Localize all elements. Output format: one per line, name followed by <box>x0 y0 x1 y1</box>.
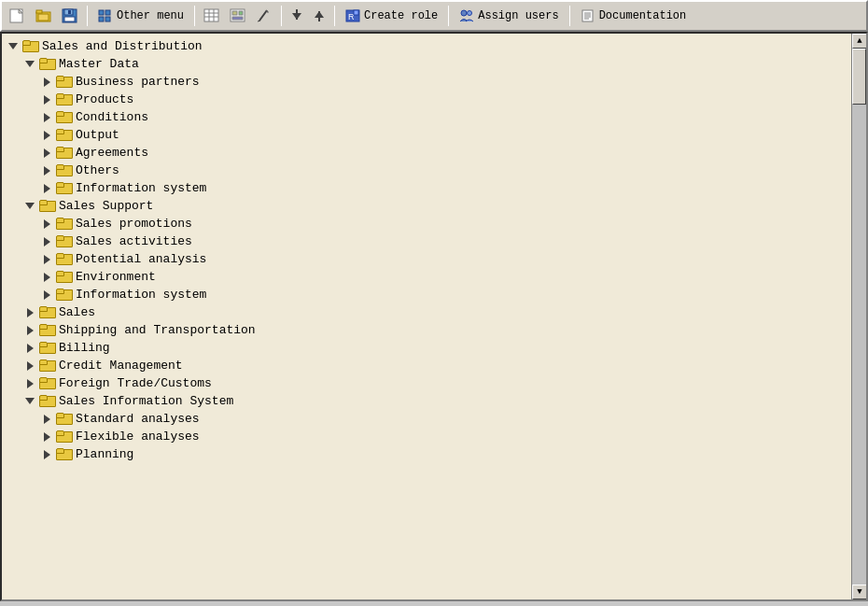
expand-icon <box>27 308 34 317</box>
tree-node-n6[interactable]: Output <box>2 126 851 144</box>
tree-node-n16[interactable]: Sales <box>2 303 851 321</box>
node-expander[interactable] <box>22 344 37 353</box>
node-expander[interactable] <box>39 415 54 424</box>
node-expander[interactable] <box>22 379 37 388</box>
pen-button[interactable] <box>252 4 276 28</box>
scroll-track[interactable] <box>852 49 866 585</box>
node-expander[interactable] <box>22 326 37 335</box>
separator-2 <box>194 6 195 26</box>
down-arrow-icon <box>290 8 303 23</box>
expand-icon <box>44 131 50 140</box>
new-doc-button[interactable] <box>6 4 30 28</box>
expand-icon <box>27 379 34 388</box>
node-expander[interactable] <box>39 432 54 442</box>
tree-node-n9[interactable]: Information system <box>2 179 851 197</box>
tree-node-n13[interactable]: Potential analysis <box>2 250 851 268</box>
tree-node-n5[interactable]: Conditions <box>2 108 851 126</box>
folder-icon <box>56 129 71 141</box>
tree-node-n22[interactable]: Standard analyses <box>2 410 851 428</box>
node-expander[interactable] <box>39 450 54 459</box>
folder-icon <box>39 324 54 336</box>
tree-node-n4[interactable]: Products <box>2 91 851 108</box>
collapse-icon <box>25 61 35 67</box>
tree-node-n23[interactable]: Flexible analyses <box>2 428 851 445</box>
separator-3 <box>281 6 282 26</box>
tree-node-n11[interactable]: Sales promotions <box>2 215 851 233</box>
assign-users-button[interactable]: Assign users <box>454 4 564 28</box>
scroll-thumb[interactable] <box>852 49 866 105</box>
node-expander[interactable] <box>39 237 54 247</box>
node-expander[interactable] <box>22 308 37 317</box>
node-label: Output <box>76 128 119 142</box>
node-expander[interactable] <box>39 131 54 140</box>
expand-icon <box>44 166 50 176</box>
node-expander[interactable] <box>22 398 37 404</box>
node-expander[interactable] <box>22 61 37 67</box>
node-expander[interactable] <box>39 148 54 158</box>
tree-node-n1[interactable]: Sales and Distribution <box>2 37 851 55</box>
node-expander[interactable] <box>39 290 54 300</box>
tree-node-n19[interactable]: Credit Management <box>2 357 851 374</box>
tree-node-n8[interactable]: Others <box>2 162 851 179</box>
save-button[interactable] <box>58 4 82 28</box>
svg-rect-7 <box>64 17 75 21</box>
folder-icon <box>56 235 71 247</box>
node-label: Sales <box>59 305 95 319</box>
documentation-label: Documentation <box>599 9 687 22</box>
scroll-down-button[interactable]: ▼ <box>852 585 867 599</box>
tree-node-n17[interactable]: Shipping and Transportation <box>2 321 851 339</box>
expand-icon <box>44 113 50 122</box>
tree-node-n7[interactable]: Agreements <box>2 144 851 162</box>
node-expander[interactable] <box>39 113 54 122</box>
folder-icon <box>56 413 71 425</box>
tree-area: Sales and DistributionMaster DataBusines… <box>2 34 851 599</box>
up-arrow-icon <box>313 8 326 23</box>
node-expander[interactable] <box>6 43 21 49</box>
create-role-button[interactable]: R Create role <box>340 4 443 28</box>
create-role-label: Create role <box>364 9 438 22</box>
tree-node-n10[interactable]: Sales Support <box>2 197 851 215</box>
tree-node-n2[interactable]: Master Data <box>2 55 851 73</box>
tree-node-n12[interactable]: Sales activities <box>2 233 851 250</box>
tree-node-n15[interactable]: Information system <box>2 286 851 303</box>
node-expander[interactable] <box>39 184 54 193</box>
down-button[interactable] <box>287 4 307 28</box>
tree-node-n18[interactable]: Billing <box>2 339 851 357</box>
tree-node-n21[interactable]: Sales Information System <box>2 392 851 410</box>
tree-node-n24[interactable]: Planning <box>2 445 851 463</box>
folder-icon <box>56 271 71 283</box>
scroll-up-button[interactable]: ▲ <box>852 34 867 49</box>
up-button[interactable] <box>309 4 329 28</box>
other-menu-button[interactable]: Other menu <box>92 4 189 28</box>
node-expander[interactable] <box>39 166 54 176</box>
save-icon <box>62 8 78 23</box>
node-expander[interactable] <box>39 95 54 105</box>
tree-node-n20[interactable]: Foreign Trade/Customs <box>2 374 851 392</box>
tree-node-n14[interactable]: Environment <box>2 268 851 286</box>
node-expander[interactable] <box>22 361 37 371</box>
svg-rect-9 <box>99 10 104 15</box>
folder-icon <box>39 58 54 70</box>
node-expander[interactable] <box>39 273 54 282</box>
create-role-icon: R <box>345 9 360 22</box>
node-expander[interactable] <box>39 255 54 264</box>
collapse-icon <box>8 43 18 49</box>
expand-icon <box>44 450 50 459</box>
folder-icon <box>39 359 54 372</box>
separator-6 <box>569 6 570 26</box>
folder-icon <box>39 395 54 407</box>
grid-button[interactable] <box>200 4 224 28</box>
svg-rect-11 <box>99 17 104 21</box>
tree-node-n3[interactable]: Business partners <box>2 73 851 91</box>
node-expander[interactable] <box>39 78 54 87</box>
folder-icon <box>39 342 54 354</box>
svg-point-33 <box>461 10 467 16</box>
open-button[interactable] <box>32 4 56 28</box>
node-expander[interactable] <box>22 203 37 209</box>
node-expander[interactable] <box>39 219 54 229</box>
assign-users-label: Assign users <box>478 9 558 22</box>
documentation-button[interactable]: Documentation <box>575 4 693 28</box>
folder-icon <box>39 306 54 318</box>
folder-icon <box>39 200 54 212</box>
grid2-button[interactable] <box>226 4 250 28</box>
